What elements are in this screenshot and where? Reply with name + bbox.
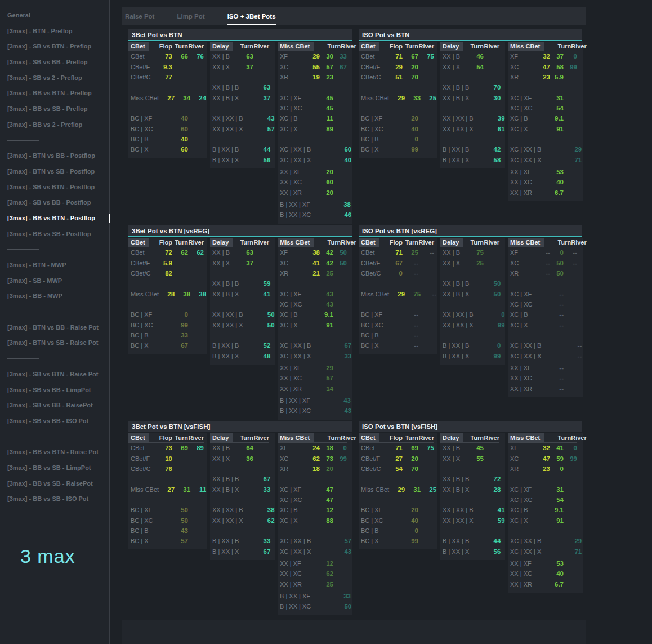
stat-value: 73	[320, 455, 333, 462]
table-header: DelayTurnRiver	[440, 42, 499, 51]
sidebar-item[interactable]: [3max] - BB vs SB - Preflop	[0, 101, 109, 117]
stat-value: 57	[338, 538, 351, 544]
stat-value: 23	[320, 74, 333, 81]
stat-value: 40	[338, 157, 351, 163]
stat-label: CBet/C	[128, 465, 157, 472]
sidebar-item[interactable]: [3max] - SB vs BTN - Raise Pot	[0, 367, 109, 383]
table-header: Miss CBetTurnRiver	[508, 238, 577, 247]
stat-row: XX | B46	[440, 51, 499, 61]
stat-row: XC | XX | X--	[508, 350, 577, 361]
stat-label: XX | B | X	[210, 95, 239, 101]
stat-value: --	[403, 270, 418, 277]
tab-limp-pot[interactable]: Limp Pot	[177, 7, 204, 25]
stat-row: BC | XC40	[359, 515, 434, 525]
stat-value: 36	[238, 455, 253, 462]
stat-value: 25	[468, 260, 484, 267]
panel-tables: CBetFlopTurnRiverCBet726262CBet/F5.9CBet…	[128, 238, 352, 420]
sidebar-item[interactable]: [3max] - SB vs BB - RaisePot	[0, 398, 109, 414]
stat-value: 60	[320, 179, 333, 185]
sidebar-item[interactable]: [3max] - SB vs 2 - Preflop	[0, 70, 109, 86]
sidebar-item[interactable]: [3max] - BTN vs SB - Raise Pot	[0, 335, 109, 351]
stat-row: XC | XX | X71	[508, 546, 577, 556]
stat-value: 44	[254, 146, 270, 153]
tab-raise-pot[interactable]: Raise Pot	[125, 7, 154, 25]
stat-value: 50	[333, 249, 347, 256]
stat-label: BC | B	[359, 136, 387, 143]
column-header: Flop	[157, 43, 172, 50]
stat-label: BC | XC	[359, 322, 387, 328]
stat-label: XX | XX | B	[210, 115, 243, 122]
stat-value: 43	[320, 301, 333, 308]
stat-label: XX | XX | B	[440, 311, 474, 318]
stat-value: 82	[157, 270, 172, 277]
stat-value: 50	[550, 270, 564, 277]
sidebar-item[interactable]: General	[0, 8, 109, 24]
sidebar-item[interactable]: [3max] - BB vs SB - RaisePot	[0, 476, 109, 492]
stat-row: BC | XF50	[128, 505, 204, 515]
stat-row: XX | B63	[210, 247, 269, 257]
row-spacer	[210, 495, 269, 505]
stat-row: XX | XX | X50	[210, 319, 269, 330]
sidebar-item[interactable]: [3max] - BB vs SB - LimpPot	[0, 460, 109, 476]
stat-label: XC | B	[508, 507, 537, 513]
stat-label: XX | XF	[508, 560, 537, 567]
stat-label: XC | XF	[278, 291, 306, 297]
sidebar-item[interactable]: [3max] - SB vs BB - Preflop	[0, 55, 109, 70]
sidebar-item[interactable]: [3max] - SB vs BB - Postflop	[0, 195, 109, 211]
column-header: River	[253, 239, 269, 246]
stat-label: CBet/C	[359, 465, 387, 472]
sidebar-item[interactable]: [3max] - BB vs BTN - Raise Pot	[0, 445, 109, 460]
tab-iso-3bet-pots[interactable]: ISO + 3Bet Pots	[227, 7, 276, 25]
stat-label: B | XX | X	[440, 548, 469, 555]
stat-value: 46	[468, 53, 484, 60]
sidebar-item[interactable]: [3max] - BB - MWP	[0, 288, 109, 304]
stat-value: 58	[550, 64, 564, 70]
sidebar-item[interactable]: [3max] - BTN - Preflop	[0, 24, 109, 39]
sidebar-item[interactable]: [3max] - SB vs BB - ISO Pot	[0, 414, 109, 429]
sidebar-item[interactable]: [3max] - BTN vs SB - Postflop	[0, 164, 109, 180]
column-header: Turn	[238, 434, 253, 441]
stat-row: XX | B63	[210, 51, 269, 61]
stat-value: 40	[172, 115, 188, 122]
stat-value: 73	[157, 53, 172, 60]
stat-row: Miss CBet293325	[359, 92, 434, 103]
sidebar-item[interactable]: [3max] - BTN - MWP	[0, 257, 109, 273]
stat-value: 12	[320, 560, 333, 567]
stat-value: 55	[468, 455, 484, 462]
sidebar-section-divider	[0, 429, 109, 445]
stat-label: XC | XX | B	[508, 146, 541, 153]
row-spacer	[440, 464, 499, 474]
stat-value: 50	[172, 517, 188, 524]
stat-row: XX | XX | B38	[210, 505, 269, 515]
stat-row: Miss CBet283838	[128, 288, 204, 299]
table-miss: Miss CBetTurnRiverXF32370XC475899XR235.9…	[508, 42, 583, 201]
column-header: River	[484, 239, 499, 246]
sidebar-item[interactable]: [3max] - BB vs BTN - Preflop	[0, 86, 109, 101]
stat-label: XX | XR	[278, 189, 306, 196]
stat-row: XC | B12	[278, 505, 347, 515]
sidebar-item[interactable]: [3max] - BB vs SB - Postflop	[0, 226, 109, 242]
stat-row: XX | B | B72	[440, 474, 499, 484]
sidebar-item[interactable]: [3max] - SB - MWP	[0, 273, 109, 289]
stat-label: XC | XX | B	[278, 146, 311, 153]
stat-value: 32	[537, 53, 550, 60]
sidebar: General[3max] - BTN - Preflop[3max] - SB…	[0, 0, 110, 644]
sidebar-item[interactable]: [3max] - BB vs SB - ISO Pot	[0, 491, 109, 507]
stat-value: --	[550, 301, 564, 308]
sidebar-item[interactable]: [3max] - SB vs BB - LimpPot	[0, 383, 109, 398]
stat-value: 61	[489, 126, 505, 132]
sidebar-item[interactable]: [3max] - BTN vs BB - Raise Pot	[0, 320, 109, 336]
stat-value: 67	[254, 548, 270, 555]
stat-label: BC | B	[128, 136, 157, 143]
row-spacer	[440, 330, 499, 340]
sidebar-item[interactable]: [3max] - BTN vs BB - Postflop	[0, 148, 109, 164]
sidebar-item[interactable]: [3max] - SB vs BTN - Postflop	[0, 180, 109, 196]
stat-row: XX | B | X50	[440, 288, 499, 299]
sidebar-item[interactable]: [3max] - SB vs BTN - Preflop	[0, 39, 109, 55]
stat-label: XX | B | B	[210, 84, 239, 91]
stat-row: CBet7125--	[359, 247, 434, 257]
column-header: Turn	[557, 239, 571, 246]
sidebar-item[interactable]: [3max] - BB vs 2 - Preflop	[0, 117, 109, 133]
stat-value: 38	[259, 507, 275, 513]
sidebar-item-active[interactable]: [3max] - BB vs BTN - Postflop	[0, 211, 109, 226]
